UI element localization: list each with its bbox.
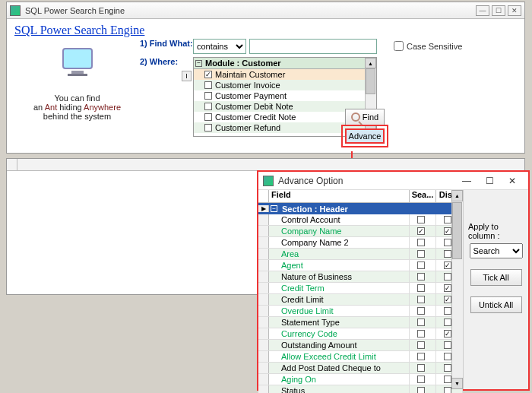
minimize-button[interactable]: —	[476, 5, 489, 16]
search-checkbox[interactable]: ✓	[417, 227, 425, 235]
display-checkbox[interactable]	[444, 250, 451, 258]
display-checkbox[interactable]	[444, 364, 451, 372]
untick-all-button[interactable]: Untick All	[470, 296, 522, 313]
display-checkbox[interactable]	[444, 387, 451, 393]
tree-item[interactable]: Customer Invoice	[194, 80, 376, 90]
close-button[interactable]: ✕	[508, 5, 521, 16]
tree-header[interactable]: − Module : Customer	[194, 58, 376, 69]
display-checkbox[interactable]	[444, 216, 451, 223]
display-checkbox[interactable]: ✓	[444, 296, 451, 303]
grid-row[interactable]: Statement Type	[258, 317, 463, 328]
titlebar: SQL Power Search Engine — ☐ ✕	[7, 2, 524, 19]
search-checkbox[interactable]	[417, 273, 425, 280]
grid-scroll-down-icon[interactable]: ▼	[451, 378, 463, 389]
display-checkbox[interactable]	[444, 341, 451, 349]
maximize-button[interactable]: ☐	[492, 5, 505, 16]
tick-all-button[interactable]: Tick All	[470, 269, 522, 286]
field-name: Nature of Business	[269, 271, 410, 282]
display-checkbox[interactable]	[444, 376, 451, 383]
checkbox-icon[interactable]: ✓	[204, 71, 212, 78]
checkbox-icon[interactable]	[204, 103, 212, 110]
grid-row[interactable]: Aging On	[258, 374, 463, 385]
grid-row[interactable]: Outstanding Amount	[258, 340, 463, 351]
grid-row[interactable]: Overdue Limit	[258, 306, 463, 317]
section-header[interactable]: ▶ − Section : Header	[258, 203, 463, 214]
tree-item-label: Maintain Customer	[215, 70, 285, 79]
where-label: 2) Where:	[140, 57, 193, 66]
grid-row[interactable]: Allow Exceed Credit Limit	[258, 351, 463, 363]
search-checkbox[interactable]	[417, 250, 425, 258]
dialog-app-icon	[263, 176, 274, 186]
dialog-titlebar: Advance Option — ☐ ✕	[258, 172, 528, 190]
scroll-thumb[interactable]	[366, 68, 375, 94]
grid-row[interactable]: Control Account	[258, 214, 463, 226]
column-field[interactable]: Field	[269, 190, 410, 202]
display-checkbox[interactable]	[444, 319, 451, 326]
collapse-icon[interactable]: −	[195, 60, 202, 67]
search-checkbox[interactable]	[417, 239, 425, 246]
section-collapse-icon[interactable]: −	[271, 205, 277, 212]
title-link[interactable]: SQL Power Search Engine	[14, 24, 144, 36]
search-checkbox[interactable]	[417, 261, 425, 269]
display-checkbox[interactable]: ✓	[444, 261, 451, 269]
field-name: Agent	[269, 260, 410, 271]
search-checkbox[interactable]	[417, 216, 425, 223]
grid-scroll-up-icon[interactable]: ▲	[451, 190, 463, 201]
search-checkbox[interactable]	[417, 353, 425, 360]
column-search[interactable]: Sea...	[410, 190, 436, 202]
checkbox-icon[interactable]	[204, 81, 212, 89]
grid-row[interactable]: Agent✓	[258, 260, 463, 271]
grid-row[interactable]: Currency Code✓	[258, 328, 463, 340]
grid-row[interactable]: Credit Term✓	[258, 283, 463, 294]
search-checkbox[interactable]	[417, 376, 425, 383]
dialog-close-button[interactable]: ✕	[501, 173, 524, 189]
grid-header: Field Sea... Dis...	[258, 190, 463, 203]
grid-row[interactable]: Company Name 2	[258, 237, 463, 249]
checkbox-icon[interactable]	[204, 124, 212, 132]
info-line-1: You can find	[14, 93, 140, 103]
display-checkbox[interactable]: ✓	[444, 330, 451, 338]
display-checkbox[interactable]	[444, 239, 451, 246]
checkbox-icon[interactable]	[204, 92, 212, 100]
grid-row[interactable]: Credit Limit✓	[258, 294, 463, 306]
search-checkbox[interactable]	[417, 307, 425, 315]
monitor-icon	[59, 48, 97, 78]
find-button[interactable]: Find	[345, 109, 385, 125]
advance-button[interactable]: Advance	[345, 128, 385, 144]
display-checkbox[interactable]	[444, 273, 451, 280]
search-checkbox[interactable]	[417, 341, 425, 349]
search-input[interactable]	[249, 39, 377, 54]
app-icon	[10, 5, 21, 16]
search-checkbox[interactable]	[417, 330, 425, 338]
grid-row[interactable]: Company Name✓✓	[258, 226, 463, 237]
grid-scroll-thumb[interactable]	[452, 202, 462, 259]
grid-row[interactable]: Nature of Business	[258, 271, 463, 283]
field-name: Control Account	[269, 214, 410, 225]
search-checkbox[interactable]	[417, 296, 425, 303]
display-checkbox[interactable]	[444, 307, 451, 315]
display-checkbox[interactable]	[444, 353, 451, 360]
display-checkbox[interactable]: ✓	[444, 284, 451, 292]
checkbox-icon[interactable]	[204, 113, 212, 121]
apply-to-column-select[interactable]: Search	[470, 243, 523, 258]
grid-scrollbar[interactable]: ▲ ▼	[451, 190, 463, 389]
dialog-maximize-button[interactable]: ☐	[478, 173, 501, 189]
dialog-minimize-button[interactable]: —	[455, 173, 478, 189]
tree-item[interactable]: Customer Payment	[194, 90, 376, 101]
match-type-select[interactable]: contains	[193, 39, 246, 54]
search-checkbox[interactable]	[417, 387, 425, 393]
scroll-up-icon[interactable]: ▲	[365, 58, 376, 68]
grid-row[interactable]: Add Post Dated Cheque to	[258, 363, 463, 374]
grid-row[interactable]: Area	[258, 249, 463, 260]
display-checkbox[interactable]: ✓	[444, 227, 451, 235]
tree-item-label: Customer Payment	[215, 91, 287, 100]
search-checkbox[interactable]	[417, 319, 425, 326]
grid-row[interactable]: Status	[258, 385, 463, 393]
search-checkbox[interactable]	[417, 364, 425, 372]
case-sensitive-checkbox[interactable]: Case Sensitive	[391, 39, 462, 53]
search-checkbox[interactable]	[417, 284, 425, 292]
dialog-side-panel: Apply to column : Search Tick All Untick…	[464, 190, 528, 389]
info-line-3: behind the system	[14, 112, 140, 121]
field-grid: Field Sea... Dis... ▶ − Section : Header…	[258, 190, 464, 389]
tree-item[interactable]: ✓Maintain Customer	[194, 69, 376, 80]
